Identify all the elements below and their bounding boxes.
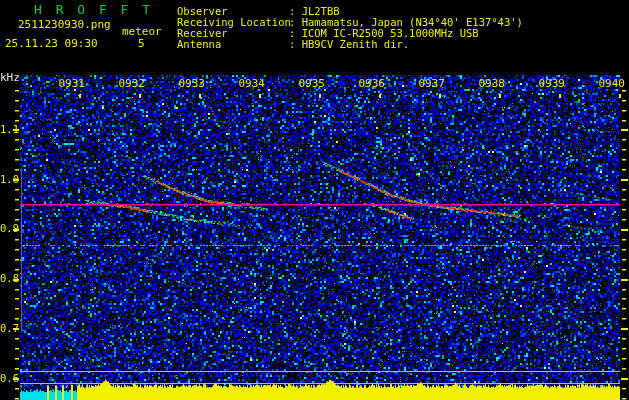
hrofft-screen: H R O F F T 2511230930.png meteor 25.11.… <box>0 0 629 400</box>
time-tick-label: 0935 <box>295 78 325 90</box>
time-tick-label: 0939 <box>535 78 565 90</box>
echo-count: 5 <box>138 37 145 50</box>
freq-axis-unit: kHz <box>0 71 20 84</box>
time-tick-label: 0931 <box>55 78 85 90</box>
freq-tick-label: 0.7 <box>0 322 17 334</box>
time-tick-label: 0940 <box>595 78 625 90</box>
freq-tick-label: 0.9 <box>0 222 17 234</box>
time-tick-label: 0938 <box>475 78 505 90</box>
time-tick-label: 0932 <box>115 78 145 90</box>
capture-datetime: 25.11.23 09:30 <box>5 37 98 50</box>
app-title: H R O F F T <box>34 2 153 17</box>
time-tick-label: 0937 <box>415 78 445 90</box>
freq-tick-label: 1.1 <box>0 123 17 135</box>
spectrogram-canvas <box>0 0 629 400</box>
time-tick-label: 0936 <box>355 78 385 90</box>
freq-tick-label: 0.8 <box>0 272 17 284</box>
capture-filename: 2511230930.png <box>18 18 111 31</box>
station-info: Observer: JL2TBBReceiving Location: Hama… <box>177 6 523 50</box>
time-tick-label: 0933 <box>175 78 205 90</box>
freq-tick-label: 0.6 <box>0 372 17 384</box>
freq-tick-label: 1.0 <box>0 173 17 185</box>
station-info-row: Antenna: HB9CV Zenith dir. <box>177 39 523 50</box>
time-tick-label: 0934 <box>235 78 265 90</box>
